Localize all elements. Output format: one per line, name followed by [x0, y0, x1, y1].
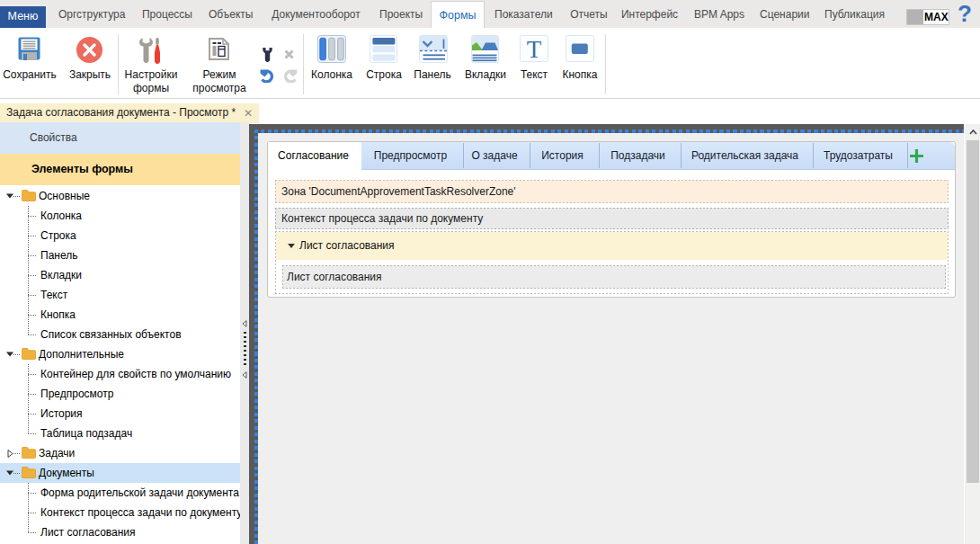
svg-text:T: T — [527, 36, 542, 63]
